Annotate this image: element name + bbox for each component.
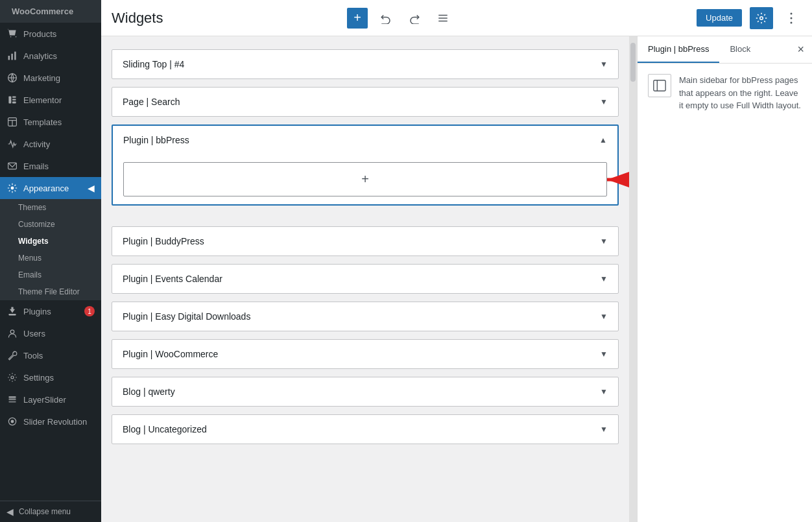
page-title: Widgets <box>112 10 339 27</box>
widget-title: Page | Search <box>123 97 180 107</box>
sidebar-item-analytics[interactable]: Analytics <box>0 45 101 67</box>
sidebar-item-label: Plugins <box>23 307 51 316</box>
submenu-customize[interactable]: Customize <box>0 216 101 233</box>
marketing-icon <box>6 72 18 84</box>
close-panel-button[interactable]: × <box>789 38 812 62</box>
widget-description: Main sidebar for bbPress pages that appe… <box>679 74 802 112</box>
sidebar-item-settings[interactable]: Settings <box>0 366 101 388</box>
scrollbar-track <box>629 36 637 522</box>
list-view-button[interactable] <box>433 8 453 29</box>
widget-header-blog-qwerty[interactable]: Blog | qwerty ▼ <box>112 377 618 406</box>
widgets-list: Sliding Top | #4 ▼ Page | Search ▼ Plugi… <box>101 36 629 522</box>
right-panel-header: Plugin | bbPress Block × <box>638 36 812 64</box>
chevron-up-icon: ▲ <box>599 136 607 145</box>
sidebar-item-label: Users <box>23 329 45 338</box>
elementor-icon <box>6 94 18 106</box>
widget-title: Plugin | Events Calendar <box>123 274 222 284</box>
sidebar-item-label: Slider Revolution <box>23 417 87 427</box>
sidebar-item-slider-revolution[interactable]: Slider Revolution <box>0 410 101 433</box>
layer-icon <box>6 394 18 405</box>
content-area: Sliding Top | #4 ▼ Page | Search ▼ Plugi… <box>101 36 812 522</box>
chevron-down-icon: ▼ <box>600 60 608 69</box>
widget-title: Plugin | bbPress <box>123 135 189 145</box>
tab-plugin-bbpress[interactable]: Plugin | bbPress <box>638 36 719 63</box>
widget-title: Plugin | WooCommerce <box>123 349 218 359</box>
sidebar-item-users[interactable]: Users <box>0 322 101 344</box>
chevron-down-icon: ▼ <box>600 274 608 283</box>
settings-button[interactable] <box>750 7 773 29</box>
widget-section-plugin-woocommerce: Plugin | WooCommerce ▼ <box>112 339 619 369</box>
sidebar-item-label: Templates <box>23 117 62 127</box>
scrollbar-thumb[interactable] <box>630 43 636 82</box>
svg-rect-7 <box>12 96 16 97</box>
undo-button[interactable] <box>376 8 396 29</box>
widget-header-plugin-woocommerce[interactable]: Plugin | WooCommerce ▼ <box>112 340 618 368</box>
widget-icon <box>648 74 671 97</box>
analytics-icon <box>6 50 18 62</box>
widget-header-plugin-buddypress[interactable]: Plugin | BuddyPress ▼ <box>112 227 618 255</box>
svg-rect-19 <box>8 398 16 399</box>
widget-section-blog-qwerty: Blog | qwerty ▼ <box>112 377 619 407</box>
submenu-widgets[interactable]: Widgets <box>0 233 101 250</box>
widget-title: Sliding Top | #4 <box>123 59 184 69</box>
plugins-badge: 1 <box>84 306 95 316</box>
submenu-emails[interactable]: Emails <box>0 267 101 283</box>
submenu-theme-file-editor[interactable]: Theme File Editor <box>0 283 101 300</box>
widget-section-plugin-events: Plugin | Events Calendar ▼ <box>112 264 619 294</box>
sidebar-logo[interactable]: W WooCommerce <box>0 0 101 23</box>
widget-header-plugin-bbpress[interactable]: Plugin | bbPress ▲ <box>113 126 617 154</box>
more-options-button[interactable] <box>781 8 802 29</box>
widget-header-sliding-top[interactable]: Sliding Top | #4 ▼ <box>112 50 618 78</box>
chevron-down-icon: ▼ <box>600 350 608 359</box>
collapse-icon: ◀ <box>6 506 14 517</box>
update-button[interactable]: Update <box>697 9 742 27</box>
collapse-menu[interactable]: ◀ Collapse menu <box>0 501 101 522</box>
widget-header-plugin-events[interactable]: Plugin | Events Calendar ▼ <box>112 265 618 293</box>
right-panel-content: Main sidebar for bbPress pages that appe… <box>638 64 812 123</box>
sidebar-item-label: Settings <box>23 373 54 383</box>
templates-icon <box>6 116 18 128</box>
main-content: Widgets + Update Sliding Top | #4 <box>101 0 812 522</box>
add-block-button[interactable]: + <box>123 162 607 196</box>
red-arrow <box>594 167 629 193</box>
sidebar-item-label: LayerSlider <box>23 395 66 405</box>
widget-title: Plugin | BuddyPress <box>123 236 204 246</box>
submenu-menus[interactable]: Menus <box>0 250 101 267</box>
appearance-submenu: Themes Customize Widgets Menus Emails Th… <box>0 199 101 300</box>
svg-point-14 <box>11 187 14 190</box>
widget-add-area: + <box>113 154 617 204</box>
sidebar-item-products[interactable]: Products <box>0 23 101 45</box>
chevron-down-icon: ▼ <box>600 425 608 434</box>
sidebar-item-emails[interactable]: Emails <box>0 155 101 177</box>
sidebar-item-activity[interactable]: Activity <box>0 133 101 155</box>
redo-button[interactable] <box>404 8 425 29</box>
svg-point-26 <box>760 16 763 19</box>
sidebar-item-tools[interactable]: Tools <box>0 344 101 366</box>
submenu-themes[interactable]: Themes <box>0 199 101 216</box>
plugins-icon <box>6 305 18 317</box>
svg-rect-2 <box>8 56 10 60</box>
sidebar-item-layerslider[interactable]: LayerSlider <box>0 388 101 410</box>
svg-point-29 <box>791 21 793 23</box>
tab-block[interactable]: Block <box>719 36 761 63</box>
appearance-icon <box>6 182 18 194</box>
slider-icon <box>6 416 18 427</box>
settings-icon <box>6 372 18 383</box>
sidebar-item-plugins[interactable]: Plugins 1 <box>0 300 101 322</box>
svg-rect-15 <box>8 314 16 315</box>
sidebar-item-marketing[interactable]: Marketing <box>0 67 101 89</box>
users-icon <box>6 327 18 339</box>
sidebar-item-appearance[interactable]: Appearance ◀ <box>0 177 101 199</box>
widget-header-page-search[interactable]: Page | Search ▼ <box>112 88 618 116</box>
svg-rect-20 <box>8 396 16 397</box>
widget-header-plugin-edd[interactable]: Plugin | Easy Digital Downloads ▼ <box>112 302 618 331</box>
svg-point-27 <box>791 12 793 14</box>
chevron-down-icon: ▼ <box>600 312 608 321</box>
sidebar-item-templates[interactable]: Templates <box>0 111 101 133</box>
chevron-down-icon: ▼ <box>600 387 608 396</box>
svg-point-17 <box>11 376 14 379</box>
widget-title: Blog | qwerty <box>123 386 175 397</box>
add-widget-button[interactable]: + <box>347 8 368 29</box>
widget-header-blog-uncategorized[interactable]: Blog | Uncategorized ▼ <box>112 415 618 444</box>
sidebar-item-elementor[interactable]: Elementor <box>0 89 101 111</box>
